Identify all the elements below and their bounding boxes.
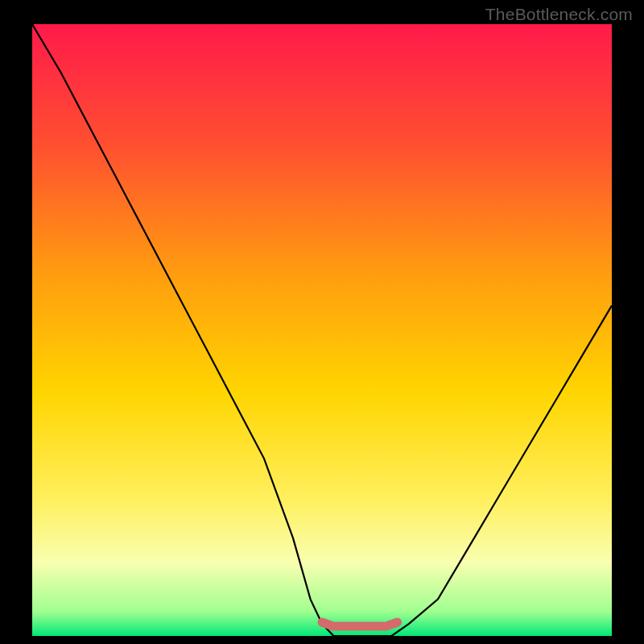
bottleneck-chart: [32, 24, 612, 636]
optimal-range-marker: [322, 622, 398, 626]
gradient-background: [32, 24, 612, 636]
watermark-text: TheBottleneck.com: [485, 5, 633, 24]
chart-svg: [32, 24, 612, 636]
